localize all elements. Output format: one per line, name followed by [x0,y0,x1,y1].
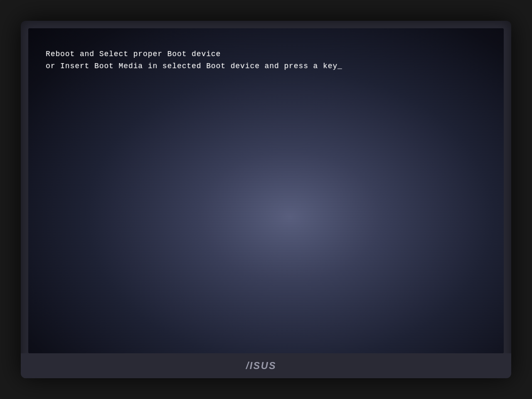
brand-bar: /ISUS [21,353,511,378]
screen-bezel: Reboot and Select proper Boot device or … [28,28,504,353]
boot-error-message: Reboot and Select proper Boot device or … [46,48,486,72]
boot-line-1: Reboot and Select proper Boot device [46,48,486,60]
laptop-outer-frame: Reboot and Select proper Boot device or … [21,21,511,378]
svg-text:/ISUS: /ISUS [246,360,276,371]
asus-logo-svg: /ISUS [245,360,287,372]
boot-line-2: or Insert Boot Media in selected Boot de… [46,60,486,72]
asus-logo: /ISUS [245,360,287,372]
screen-content: Reboot and Select proper Boot device or … [28,28,504,353]
